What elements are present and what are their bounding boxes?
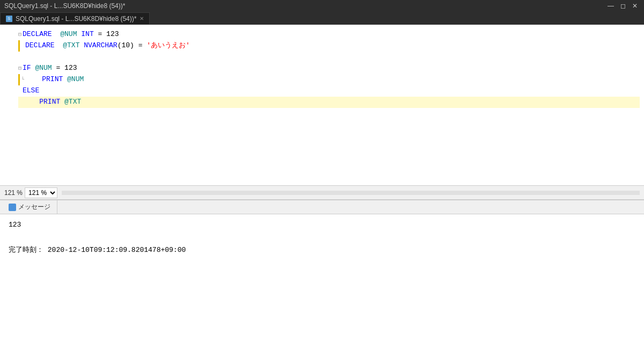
kw-print-2: PRINT [39,97,60,108]
title-bar-text: SQLQuery1.sql - L...SU6K8D¥hide8 (54))* [4,2,605,10]
space-4 [55,40,63,52]
val-123-2: 123 [64,63,77,74]
var-txt: @TXT [63,40,79,52]
var-num-3: @NUM [67,74,84,85]
collapse-1[interactable]: ⊟ [18,31,21,39]
code-line-3 [18,52,640,63]
code-line-7: PRINT @TXT [18,97,640,108]
kw-if: IF [23,63,31,74]
space-5 [79,40,84,52]
var-num: @NUM [60,29,77,40]
tab-close-icon[interactable]: ✕ [140,16,144,21]
space-8: = [52,63,64,74]
space-10 [60,97,64,108]
space-9 [63,74,67,85]
status-bar: 121 % 121 % 100 % 150 % 200 % [0,185,644,199]
minimize-button[interactable]: — [605,2,616,10]
title-bar-controls: — ◻ ✕ [605,2,640,10]
kw-print-1: PRINT [42,74,63,85]
completion-label: 完了時刻： [9,246,43,254]
kw-int: INT [81,29,93,40]
space-6: = [134,40,147,52]
indent-6 [18,87,21,96]
space-3: = [94,29,106,40]
indent-5: └ [21,76,24,84]
kw-declare-1: DECLARE [23,29,52,40]
query-tab[interactable]: S SQLQuery1.sql - L...SU6K8D¥hide8 (54))… [0,12,150,24]
indent-7 [18,98,21,107]
code-area[interactable]: ⊟ DECLARE @NUM INT = 123 DECLARE @TXT NV… [16,25,644,185]
kw-declare-2: DECLARE [25,40,55,52]
restore-button[interactable]: ◻ [618,2,628,10]
messages-tab-label: メッセージ [18,202,50,212]
code-line-2: DECLARE @TXT NVARCHAR (10) = 'あいうえお' [18,40,640,52]
tab-file-icon: S [6,16,12,22]
code-line-6: ELSE [18,85,640,97]
indent-spaces-7 [23,97,39,108]
tab-bar: S SQLQuery1.sql - L...SU6K8D¥hide8 (54))… [0,12,644,25]
kw-else: ELSE [23,85,39,97]
var-txt-2: @TXT [64,97,81,108]
space-1 [52,29,61,40]
indent-2 [21,42,24,50]
messages-tab[interactable]: メッセージ [2,200,57,214]
close-button[interactable]: ✕ [630,2,640,10]
space-2 [77,29,81,40]
result-line-2 [9,231,635,243]
zoom-control: 121 % 121 % 100 % 150 % 200 % [4,187,57,198]
space-7 [31,63,35,74]
tab-label: SQLQuery1.sql - L...SU6K8D¥hide8 (54))* [16,15,136,23]
results-content: 123 完了時刻： 2020-12-10T09:12:09.8201478+09… [0,214,644,355]
val-123-1: 123 [106,29,119,40]
line-numbers [0,25,16,185]
messages-tab-icon [9,204,16,211]
completion-time: 2020-12-10T09:12:09.8201478+09:00 [48,246,186,254]
results-panel: メッセージ 123 完了時刻： 2020-12-10T09:12:09.8201… [0,199,644,355]
paren-open: (10) [118,40,134,52]
code-line-5: └ PRINT @NUM [18,74,640,85]
code-line-4: ⊟ IF @NUM = 123 [18,63,640,74]
result-line-1: 123 [9,219,635,231]
var-num-2: @NUM [35,63,52,74]
title-bar: SQLQuery1.sql - L...SU6K8D¥hide8 (54))* … [0,0,644,12]
kw-nvarchar: NVARCHAR [84,40,117,52]
results-tabs: メッセージ [0,200,644,214]
editor-panel: ⊟ DECLARE @NUM INT = 123 DECLARE @TXT NV… [0,25,644,185]
horizontal-scrollbar[interactable] [62,191,640,195]
editor-container: ⊟ DECLARE @NUM INT = 123 DECLARE @TXT NV… [0,25,644,355]
completion-line: 完了時刻： 2020-12-10T09:12:09.8201478+09:00 [9,244,635,256]
zoom-dropdown[interactable]: 121 % 100 % 150 % 200 % [25,187,57,198]
zoom-value: 121 % [4,189,23,197]
indent-spaces-5 [25,74,42,85]
code-line-1: ⊟ DECLARE @NUM INT = 123 [18,29,640,40]
collapse-4[interactable]: ⊟ [18,64,21,73]
str-value: 'あいうえお' [147,40,190,52]
